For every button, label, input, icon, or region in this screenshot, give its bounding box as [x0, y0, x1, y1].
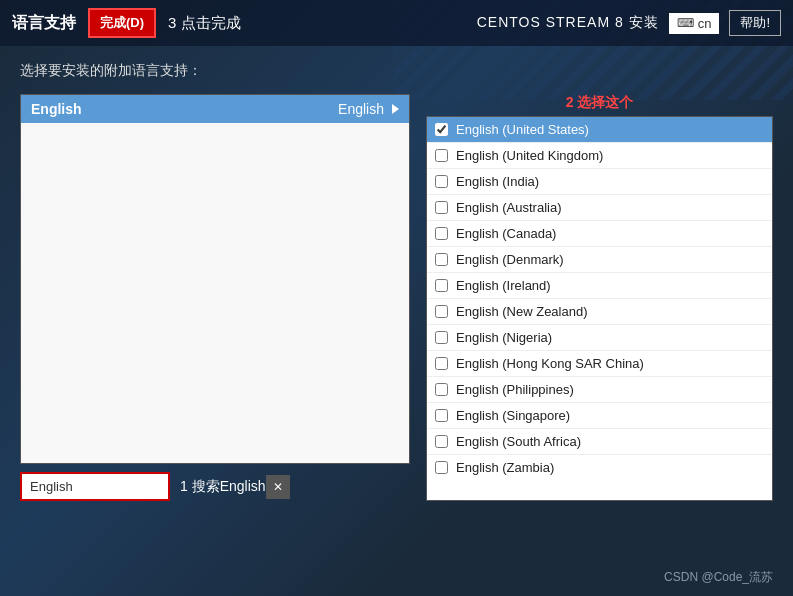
locale-label: English (Nigeria) — [456, 330, 552, 345]
locale-label: English (New Zealand) — [456, 304, 588, 319]
section-label: 选择要安装的附加语言支持： — [20, 62, 773, 80]
top-bar-left: 语言支持 完成(D) 3 点击完成 — [12, 8, 241, 38]
locale-item[interactable]: English (Zambia) — [427, 455, 772, 480]
keyboard-icon: ⌨ — [677, 16, 694, 30]
locale-list[interactable]: English (United States)English (United K… — [426, 116, 773, 501]
search-box-wrapper: 1 搜索English ✕ — [20, 472, 410, 501]
locale-item[interactable]: English (United Kingdom) — [427, 143, 772, 169]
locale-label: English (Singapore) — [456, 408, 570, 423]
locale-item[interactable]: English (Philippines) — [427, 377, 772, 403]
locale-label: English (Philippines) — [456, 382, 574, 397]
search-annotation-label: 1 搜索English — [180, 478, 266, 496]
step3-label: 3 点击完成 — [168, 14, 241, 33]
locale-checkbox[interactable] — [435, 357, 448, 370]
footer-credit: CSDN @Code_流苏 — [664, 569, 773, 586]
locale-label: English (Zambia) — [456, 460, 554, 475]
select-annotation-label: 2 选择这个 — [426, 94, 773, 112]
right-panel: 2 选择这个 English (United States)English (U… — [426, 94, 773, 501]
locale-checkbox[interactable] — [435, 461, 448, 474]
panels-row: English English 1 搜索English ✕ 2 选择这个 — [20, 94, 773, 501]
locale-item[interactable]: English (Canada) — [427, 221, 772, 247]
locale-label: English (South Africa) — [456, 434, 581, 449]
search-clear-button[interactable]: ✕ — [266, 475, 290, 499]
locale-label: English (United States) — [456, 122, 589, 137]
done-button[interactable]: 完成(D) — [88, 8, 156, 38]
left-panel: English English 1 搜索English ✕ — [20, 94, 410, 501]
locale-item[interactable]: English (Hong Kong SAR China) — [427, 351, 772, 377]
locale-item[interactable]: English (South Africa) — [427, 429, 772, 455]
locale-checkbox[interactable] — [435, 409, 448, 422]
header-right: English — [338, 101, 399, 117]
header-locale-label: English — [338, 101, 384, 117]
locale-checkbox[interactable] — [435, 253, 448, 266]
locale-checkbox[interactable] — [435, 175, 448, 188]
locale-label: English (Australia) — [456, 200, 562, 215]
locale-item[interactable]: English (United States) — [427, 117, 772, 143]
header-lang-label: English — [31, 101, 82, 117]
locale-label: English (Denmark) — [456, 252, 564, 267]
locale-checkbox[interactable] — [435, 435, 448, 448]
help-button[interactable]: 帮助! — [729, 10, 781, 36]
locale-checkbox[interactable] — [435, 383, 448, 396]
chevron-right-icon — [392, 104, 399, 114]
page-title: 语言支持 — [12, 13, 76, 34]
locale-label: English (United Kingdom) — [456, 148, 603, 163]
locale-checkbox[interactable] — [435, 123, 448, 136]
locale-label: English (Ireland) — [456, 278, 551, 293]
locale-item[interactable]: English (Australia) — [427, 195, 772, 221]
top-bar-right: CENTOS STREAM 8 安装 ⌨ cn 帮助! — [477, 10, 781, 36]
locale-checkbox[interactable] — [435, 201, 448, 214]
locale-checkbox[interactable] — [435, 305, 448, 318]
locale-item[interactable]: English (Ireland) — [427, 273, 772, 299]
locale-checkbox[interactable] — [435, 279, 448, 292]
locale-label: English (India) — [456, 174, 539, 189]
locale-checkbox[interactable] — [435, 227, 448, 240]
locale-item[interactable]: English (Singapore) — [427, 403, 772, 429]
locale-item[interactable]: English (Denmark) — [427, 247, 772, 273]
locale-label: English (Canada) — [456, 226, 556, 241]
locale-item[interactable]: English (India) — [427, 169, 772, 195]
locale-label: English (Hong Kong SAR China) — [456, 356, 644, 371]
locale-checkbox[interactable] — [435, 331, 448, 344]
app-title: CENTOS STREAM 8 安装 — [477, 14, 659, 32]
locale-checkbox[interactable] — [435, 149, 448, 162]
locale-item[interactable]: English (Nigeria) — [427, 325, 772, 351]
top-bar: 语言支持 完成(D) 3 点击完成 CENTOS STREAM 8 安装 ⌨ c… — [0, 0, 793, 46]
language-selector[interactable]: ⌨ cn — [669, 13, 720, 34]
main-content: 选择要安装的附加语言支持： English English 1 搜索Englis… — [0, 46, 793, 517]
locale-item[interactable]: English (New Zealand) — [427, 299, 772, 325]
language-list-body[interactable] — [21, 123, 409, 463]
lang-code: cn — [698, 16, 712, 31]
language-list-container: English English — [20, 94, 410, 464]
language-list-header: English English — [21, 95, 409, 123]
search-input[interactable] — [20, 472, 170, 501]
